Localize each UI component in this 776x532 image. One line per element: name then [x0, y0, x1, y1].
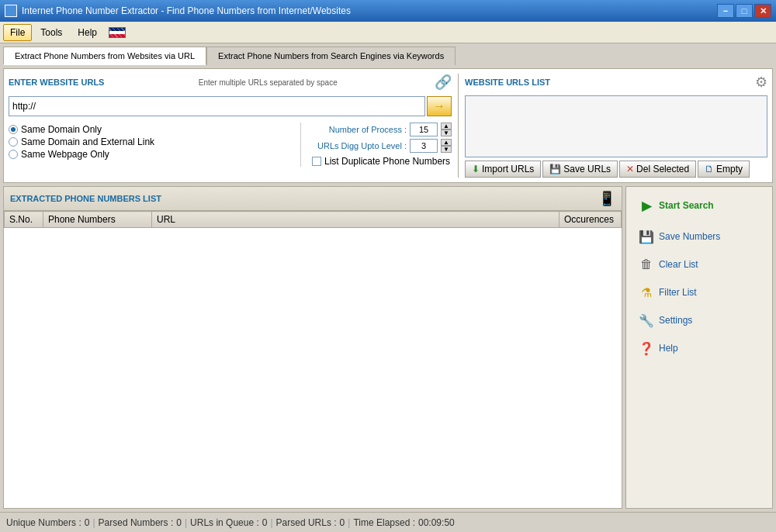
urls-toolbar: ⬇ Import URLs 💾 Save URLs ✕ Del Selected… — [465, 161, 767, 178]
flag-icon — [109, 27, 126, 38]
phone-icon: 📱 — [598, 190, 615, 207]
del-selected-button[interactable]: ✕ Del Selected — [619, 161, 696, 178]
url-section-label: ENTER WEBSITE URLs — [9, 78, 104, 87]
go-arrow-icon: → — [433, 99, 445, 113]
numbers-panel: EXTRACTED PHONE NUMBERS LIST 📱 S.No. Pho… — [3, 186, 622, 509]
num-process-up[interactable]: ▲ — [441, 123, 452, 130]
tab-search-engine[interactable]: Extract Phone Numbers from Search Engine… — [206, 47, 456, 65]
main-content: Extract Phone Numbers from Websites via … — [0, 43, 776, 512]
settings-section: Number of Process : ▲ ▼ URLs Digg Upto L… — [312, 123, 452, 167]
dig-level-row: URLs Digg Upto Level : ▲ ▼ — [312, 139, 452, 153]
num-process-row: Number of Process : ▲ ▼ — [312, 123, 452, 136]
url-entry-section: ENTER WEBSITE URLs Enter multiple URLs s… — [9, 74, 452, 178]
filter-list-button[interactable]: ⚗ Filter List — [632, 280, 766, 305]
maximize-button[interactable]: □ — [736, 4, 753, 18]
num-process-label: Number of Process : — [329, 125, 407, 134]
save-urls-label: Save URLs — [563, 164, 611, 174]
elapsed-value: 00:09:50 — [418, 517, 455, 528]
urls-list-label: WEBSITE URLs LIST — [465, 78, 550, 87]
num-process-input[interactable] — [410, 123, 438, 136]
import-urls-button[interactable]: ⬇ Import URLs — [465, 161, 541, 178]
window-title: Internet Phone Number Extractor - Find P… — [22, 5, 717, 16]
empty-icon: 🗋 — [705, 164, 714, 174]
radio-group: Same Domain Only Same Domain and Externa… — [9, 123, 289, 167]
col-phone: Phone Numbers — [43, 212, 152, 228]
urls-list-header: WEBSITE URLs LIST ⚙ — [465, 74, 767, 91]
tabs-row: Extract Phone Numbers from Websites via … — [3, 47, 773, 65]
options-row: Same Domain Only Same Domain and Externa… — [9, 123, 452, 167]
parsed-value: 0 — [176, 517, 182, 528]
radio-external-btn — [9, 137, 18, 147]
panel-divider — [458, 74, 459, 178]
settings-button[interactable]: 🔧 Settings — [632, 308, 766, 333]
del-icon: ✕ — [626, 164, 634, 174]
urls-list-section: WEBSITE URLs LIST ⚙ ⬇ Import URLs 💾 Save… — [465, 74, 767, 178]
radio-same-domain-external[interactable]: Same Domain and External Link — [9, 136, 289, 147]
radio-external-label: Same Domain and External Link — [21, 136, 154, 147]
duplicate-checkbox[interactable] — [312, 157, 321, 166]
menu-file[interactable]: File — [3, 24, 32, 41]
import-icon: ⬇ — [472, 164, 480, 174]
right-sidebar: ▶ Start Search 💾 Save Numbers 🗑 Clear Li… — [625, 186, 773, 509]
url-header: ENTER WEBSITE URLs Enter multiple URLs s… — [9, 74, 452, 91]
minimize-button[interactable]: − — [717, 4, 734, 18]
parsed-urls-value: 0 — [340, 517, 345, 528]
import-urls-label: Import URLs — [482, 164, 534, 174]
unique-label: Unique Numbers : — [6, 517, 81, 528]
numbers-panel-label: EXTRACTED PHONE NUMBERS LIST — [10, 194, 161, 203]
save-numbers-icon: 💾 — [639, 229, 654, 244]
help-icon: ❓ — [639, 340, 654, 356]
radio-same-webpage[interactable]: Same Webpage Only — [9, 149, 289, 160]
settings-icon: 🔧 — [639, 313, 654, 328]
radio-same-domain-btn — [9, 125, 18, 134]
radio-webpage-btn — [9, 150, 18, 159]
start-icon: ▶ — [639, 198, 654, 213]
parsed-urls-label: Parsed URLs : — [276, 517, 337, 528]
empty-label: Empty — [716, 164, 743, 174]
settings-label: Settings — [659, 315, 692, 326]
dig-level-up[interactable]: ▲ — [441, 139, 452, 146]
col-url: URL — [152, 212, 559, 228]
save-numbers-label: Save Numbers — [659, 231, 720, 242]
menu-help[interactable]: Help — [71, 24, 104, 41]
menu-bar: File Tools Help — [0, 22, 776, 43]
start-search-label: Start Search — [659, 200, 714, 211]
menu-tools[interactable]: Tools — [33, 24, 69, 41]
url-hint: Enter multiple URLs separated by space — [199, 78, 338, 87]
radio-same-domain[interactable]: Same Domain Only — [9, 124, 289, 135]
clear-list-icon: 🗑 — [639, 257, 654, 272]
window-controls: − □ ✕ — [717, 4, 771, 18]
start-search-button[interactable]: ▶ Start Search — [632, 193, 766, 218]
url-input[interactable] — [9, 96, 425, 116]
go-button[interactable]: → — [427, 96, 452, 116]
clear-list-button[interactable]: 🗑 Clear List — [632, 252, 766, 277]
dig-level-label: URLs Digg Upto Level : — [317, 141, 407, 150]
del-selected-label: Del Selected — [636, 164, 689, 174]
num-process-down[interactable]: ▼ — [441, 130, 452, 136]
save-urls-button[interactable]: 💾 Save URLs — [542, 161, 618, 178]
numbers-panel-header: EXTRACTED PHONE NUMBERS LIST 📱 — [4, 187, 622, 211]
app-icon — [5, 5, 17, 17]
numbers-table-body — [4, 228, 622, 508]
help-button[interactable]: ❓ Help — [632, 336, 766, 361]
queue-value: 0 — [262, 517, 268, 528]
empty-button[interactable]: 🗋 Empty — [698, 161, 750, 178]
duplicate-row[interactable]: List Duplicate Phone Numbers — [312, 156, 452, 167]
title-bar: Internet Phone Number Extractor - Find P… — [0, 0, 776, 22]
dig-level-down[interactable]: ▼ — [441, 146, 452, 153]
filter-icon: ⚗ — [639, 285, 654, 300]
radio-same-domain-label: Same Domain Only — [21, 124, 102, 135]
num-process-spinner: ▲ ▼ — [441, 123, 452, 136]
main-area: EXTRACTED PHONE NUMBERS LIST 📱 S.No. Pho… — [3, 186, 773, 509]
url-input-row: → — [9, 96, 452, 116]
duplicate-label: List Duplicate Phone Numbers — [324, 156, 450, 167]
close-button[interactable]: ✕ — [754, 4, 771, 18]
link-icon: 🔗 — [435, 74, 452, 91]
save-numbers-button[interactable]: 💾 Save Numbers — [632, 224, 766, 249]
dig-level-input[interactable] — [410, 139, 438, 153]
save-icon: 💾 — [549, 164, 561, 174]
elapsed-label: Time Elapsed : — [353, 517, 415, 528]
tab-website-url[interactable]: Extract Phone Numbers from Websites via … — [3, 47, 206, 65]
clear-list-label: Clear List — [659, 259, 698, 270]
dig-level-spinner: ▲ ▼ — [441, 139, 452, 153]
